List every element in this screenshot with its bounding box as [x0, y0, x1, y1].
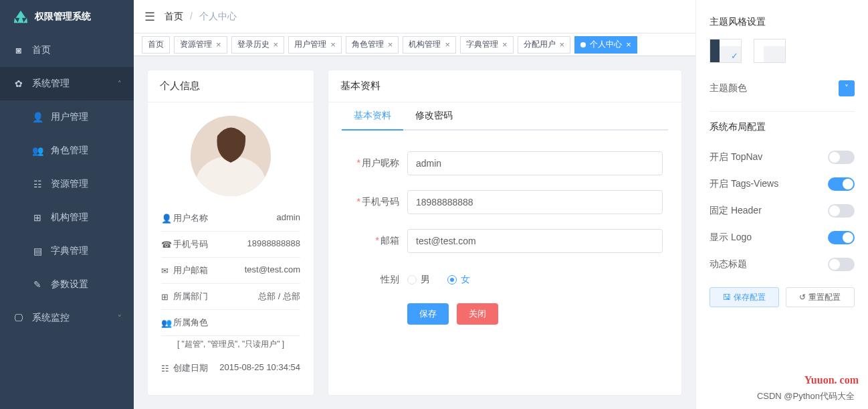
sidebar-item-home[interactable]: ◙ 首页 [0, 33, 134, 67]
avatar-image [191, 116, 271, 196]
basic-card-body: 基本资料 修改密码 *用户昵称 *手机号码 *邮箱 性别 [328, 102, 681, 338]
phone-label: *手机号码 [347, 196, 407, 208]
sidebar-item-params[interactable]: ✎ 参数设置 [0, 268, 134, 301]
breadcrumb-sep: / [190, 11, 193, 21]
theme-style-title: 主题风格设置 [710, 16, 855, 28]
toggle-tagsviews[interactable] [828, 177, 855, 191]
tag-dict[interactable]: 字典管理× [460, 36, 514, 54]
close-icon[interactable]: × [216, 39, 221, 50]
phone-icon: ☎ [161, 240, 171, 249]
info-phone: ☎手机号码 18988888888 [161, 232, 300, 258]
dashboard-icon: ◙ [13, 45, 24, 56]
row-fixedheader: 固定 Header [710, 197, 855, 224]
toggle-dyntitle[interactable] [828, 258, 855, 271]
sidebar-item-roles[interactable]: 👥 角色管理 [0, 134, 134, 167]
gender-radios: 男 女 [407, 274, 663, 286]
row-nickname: *用户昵称 [347, 144, 663, 183]
row-gender: 性别 男 女 [347, 260, 663, 299]
sidebar-item-dict[interactable]: ▤ 字典管理 [0, 234, 134, 268]
sidebar-item-system[interactable]: ✿ 系统管理 ˄ [0, 67, 134, 100]
basic-card: 基本资料 基本资料 修改密码 *用户昵称 *手机号码 *邮箱 [328, 70, 682, 396]
breadcrumb-home[interactable]: 首页 [165, 11, 183, 21]
theme-color-label: 主题颜色 [710, 82, 747, 94]
sidebar-item-label: 参数设置 [51, 278, 88, 291]
sidebar-item-users[interactable]: 👤 用户管理 [0, 100, 134, 134]
user-icon: 👤 [161, 214, 171, 223]
edit-icon: ✎ [32, 279, 43, 290]
tag-roles[interactable]: 角色管理× [346, 36, 399, 54]
toggle-fixedheader[interactable] [828, 204, 855, 218]
org-icon: ⊞ [32, 212, 43, 223]
gender-male[interactable]: 男 [407, 274, 430, 286]
chevron-up-icon: ˄ [118, 80, 122, 88]
tab-basic[interactable]: 基本资料 [342, 102, 403, 129]
close-icon[interactable]: × [445, 39, 450, 50]
tag-users[interactable]: 用户管理× [288, 36, 342, 54]
info-created: ☷创建日期 2015-08-25 10:34:54 [161, 355, 300, 381]
sidebar-item-label: 资源管理 [51, 178, 88, 190]
app-logo: 权限管理系统 [0, 0, 134, 33]
info-dept: ⊞所属部门 总部 / 总部 [161, 284, 300, 310]
form-buttons: 保存 关闭 [347, 303, 663, 325]
profile-form: *用户昵称 *手机号码 *邮箱 性别 男 女 [342, 131, 668, 325]
row-tagsviews: 开启 Tags-Views [710, 171, 855, 197]
profile-card-body: 👤用户名称 admin ☎手机号码 18988888888 ✉用户邮箱 test… [148, 102, 314, 394]
nickname-input[interactable] [407, 151, 663, 175]
tag-profile[interactable]: 个人中心× [574, 36, 637, 54]
tag-login-history[interactable]: 登录历史× [231, 36, 285, 54]
save-icon: 🖫 [723, 293, 731, 302]
app-title: 权限管理系统 [35, 11, 91, 23]
reset-config-button[interactable]: ↺重置配置 [786, 287, 855, 307]
tab-password[interactable]: 修改密码 [403, 102, 465, 129]
sidebar-item-label: 字典管理 [51, 245, 88, 257]
toggle-showlogo[interactable] [828, 231, 855, 244]
close-icon[interactable]: × [388, 39, 393, 50]
tree-icon: ☷ [32, 179, 43, 189]
tag-assign-user[interactable]: 分配用户× [518, 36, 571, 54]
close-icon[interactable]: × [274, 39, 279, 50]
reset-icon: ↺ [799, 293, 806, 302]
org-icon: ⊞ [161, 292, 171, 301]
gender-female[interactable]: 女 [447, 274, 470, 286]
tag-resources[interactable]: 资源管理× [174, 36, 227, 54]
layout-title: 系统布局配置 [710, 121, 855, 133]
tag-orgs[interactable]: 机构管理× [403, 36, 456, 54]
sidebar-item-label: 首页 [32, 44, 51, 56]
sidebar-item-label: 用户管理 [51, 111, 88, 123]
save-button[interactable]: 保存 [407, 303, 449, 325]
save-config-button[interactable]: 🖫保存配置 [710, 287, 779, 307]
phone-input[interactable] [407, 190, 663, 214]
close-icon[interactable]: × [502, 39, 508, 50]
toggle-topnav[interactable] [828, 151, 855, 164]
tag-home[interactable]: 首页 [142, 36, 170, 54]
divider [710, 111, 855, 112]
hamburger-icon[interactable]: ☰ [144, 9, 155, 24]
profile-card-title: 个人信息 [148, 70, 314, 102]
avatar[interactable] [191, 116, 271, 196]
theme-style-options: ✓ [710, 39, 855, 63]
close-icon[interactable]: × [626, 39, 631, 50]
book-icon: ▤ [32, 246, 43, 256]
theme-color-picker[interactable]: ˅ [839, 80, 855, 96]
close-icon[interactable]: × [560, 39, 565, 50]
close-icon[interactable]: × [330, 39, 336, 50]
basic-card-title: 基本资料 [328, 70, 681, 102]
monitor-icon: 🖵 [13, 313, 24, 323]
sidebar: 权限管理系统 ◙ 首页 ✿ 系统管理 ˄ 👤 用户管理 👥 角色管理 ☷ 资源管… [0, 0, 134, 409]
row-email: *邮箱 [347, 222, 663, 260]
row-showlogo: 显示 Logo [710, 224, 855, 251]
watermark: Yuuon. com [804, 374, 859, 386]
info-roles: 👥所属角色 [161, 310, 300, 336]
tags-view: 首页 资源管理× 登录历史× 用户管理× 角色管理× 机构管理× 字典管理× 分… [134, 33, 695, 56]
sidebar-item-monitor[interactable]: 🖵 系统监控 ˅ [0, 301, 134, 335]
theme-light[interactable] [754, 39, 786, 63]
mail-icon: ✉ [161, 266, 171, 275]
chevron-down-icon: ˅ [118, 314, 122, 323]
theme-dark[interactable]: ✓ [710, 39, 742, 63]
sidebar-item-resources[interactable]: ☷ 资源管理 [0, 167, 134, 201]
close-button[interactable]: 关闭 [457, 303, 498, 325]
role-list: [ "超管", "管理员", "只读用户" ] [161, 336, 300, 355]
users-icon: 👥 [161, 318, 171, 327]
email-input[interactable] [407, 229, 663, 253]
sidebar-item-orgs[interactable]: ⊞ 机构管理 [0, 201, 134, 234]
